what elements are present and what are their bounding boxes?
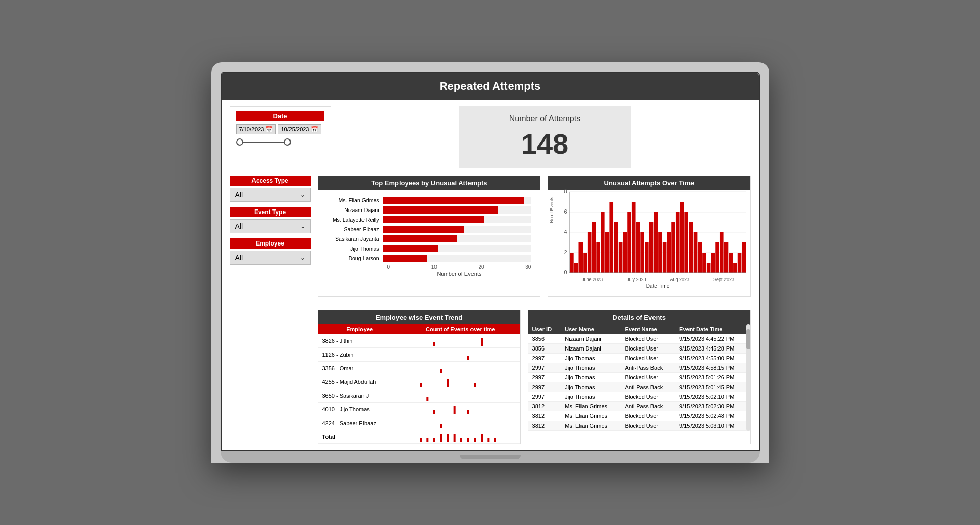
- table-cell: 9/15/2023 5:02:10 PM: [675, 392, 750, 402]
- bar-name: Doug Larson: [328, 255, 383, 261]
- trend-col-count: Count of Events over time: [401, 324, 520, 334]
- x-axis-label: Date Time: [569, 283, 746, 289]
- attempts-number: 148: [471, 127, 619, 160]
- svg-rect-63: [440, 424, 442, 428]
- svg-rect-62: [467, 410, 469, 414]
- bar-fill: [383, 245, 438, 252]
- bar-axis: 0102030: [387, 264, 531, 270]
- svg-rect-29: [654, 212, 658, 273]
- bar-fill: [383, 206, 499, 214]
- table-row: 3812Ms. Elian GrimesAnti-Pass Back9/15/2…: [528, 402, 750, 411]
- bar-row: Ms. Lafayette Reilly: [328, 216, 531, 223]
- bar-row: Sasikaran Jayanta: [328, 235, 531, 242]
- bar-name: Jijo Thomas: [328, 246, 383, 252]
- table-cell: Blocked User: [621, 411, 675, 421]
- svg-rect-31: [663, 242, 667, 273]
- date-filter-panel: Date 7/10/2023 📅 10/25/2023 📅: [230, 106, 331, 150]
- svg-rect-60: [433, 410, 435, 414]
- attempts-label: Number of Attempts: [471, 114, 619, 123]
- slider-handle-right[interactable]: [284, 138, 291, 146]
- svg-rect-33: [672, 222, 676, 273]
- svg-rect-27: [645, 242, 649, 273]
- bar-track: [383, 255, 531, 262]
- slider-handle-left[interactable]: [236, 138, 243, 146]
- start-date-input[interactable]: 7/10/2023 📅: [236, 124, 276, 134]
- table-cell: 9/15/2023 4:58:15 PM: [675, 363, 750, 373]
- table-row: 2997Jijo ThomasBlocked User9/15/2023 5:0…: [528, 373, 750, 382]
- employee-select[interactable]: All ⌄: [230, 251, 311, 265]
- svg-rect-47: [733, 263, 737, 273]
- table-cell: 3856: [528, 344, 561, 354]
- trend-table: Employee Count of Events over time 3826 …: [318, 324, 520, 444]
- sparkline: [420, 336, 501, 346]
- event-type-select[interactable]: All ⌄: [230, 219, 311, 233]
- table-cell: Blocked User: [621, 344, 675, 354]
- svg-rect-19: [610, 202, 614, 273]
- scrollbar-track[interactable]: [746, 324, 750, 431]
- table-cell: Jijo Thomas: [561, 363, 621, 373]
- dashboard-header: Repeated Attempts: [222, 73, 759, 100]
- sparkline: [420, 404, 501, 414]
- svg-rect-32: [667, 232, 671, 273]
- table-cell: 2997: [528, 373, 561, 382]
- bar-row: Nizaam Dajani: [328, 206, 531, 214]
- table-row: 3356 - Omar: [318, 362, 520, 375]
- time-chart-title: Unusual Attempts Over Time: [548, 176, 750, 190]
- bar-track: [383, 206, 531, 214]
- table-cell: Nizaam Dajani: [561, 344, 621, 354]
- table-row: 3650 - Sasikaran J: [318, 389, 520, 403]
- table-row: 2997Jijo ThomasAnti-Pass Back9/15/2023 4…: [528, 363, 750, 373]
- table-row: 2997Jijo ThomasBlocked User9/15/2023 5:0…: [528, 392, 750, 402]
- table-cell: Ms. Elian Grimes: [561, 421, 621, 431]
- table-cell: Jijo Thomas: [561, 354, 621, 363]
- sparkline: [420, 391, 501, 401]
- x-axis-tick: July 2023: [627, 277, 646, 282]
- trend-col-employee: Employee: [318, 324, 401, 334]
- event-type-filter: Event Type All ⌄: [230, 207, 311, 233]
- table-cell: Anti-Pass Back: [621, 363, 675, 373]
- table-cell: 9/15/2023 5:03:10 PM: [675, 421, 750, 431]
- table-row: 3812Ms. Elian GrimesBlocked User9/15/202…: [528, 421, 750, 431]
- calendar-icon-start: 📅: [265, 126, 273, 133]
- svg-rect-73: [481, 434, 483, 442]
- svg-rect-56: [420, 383, 422, 387]
- scrollbar-thumb[interactable]: [746, 329, 750, 349]
- bar-row: Jijo Thomas: [328, 245, 531, 252]
- table-cell: Jijo Thomas: [561, 382, 621, 392]
- table-cell: 9/15/2023 5:01:26 PM: [675, 373, 750, 382]
- event-type-label: Event Type: [230, 207, 311, 217]
- employee-filter: Employee All ⌄: [230, 238, 311, 265]
- table-row: 3826 - Jithin: [318, 334, 520, 348]
- bar-row: Ms. Elian Grimes: [328, 197, 531, 204]
- axis-tick: 0: [387, 264, 390, 270]
- access-type-filter: Access Type All ⌄: [230, 176, 311, 202]
- svg-rect-39: [698, 242, 702, 273]
- svg-rect-43: [716, 242, 720, 273]
- bar-name: Sabeer Elbaaz: [328, 226, 383, 232]
- date-filter-label: Date: [236, 111, 324, 121]
- table-row: 4224 - Sabeer Elbaaz: [318, 416, 520, 430]
- table-cell: Anti-Pass Back: [621, 382, 675, 392]
- bar-track: [383, 235, 531, 242]
- access-type-select[interactable]: All ⌄: [230, 188, 311, 202]
- end-date-input[interactable]: 10/25/2023 📅: [278, 124, 321, 134]
- table-cell: Nizaam Dajani: [561, 334, 621, 344]
- svg-rect-65: [427, 438, 429, 442]
- date-range-slider[interactable]: [236, 138, 324, 146]
- table-cell: Jijo Thomas: [561, 373, 621, 382]
- bar-fill: [383, 226, 465, 233]
- svg-rect-46: [729, 253, 733, 273]
- svg-rect-20: [614, 222, 619, 273]
- bar-fill: [383, 255, 428, 262]
- svg-rect-18: [605, 232, 609, 273]
- axis-tick: 30: [525, 264, 531, 270]
- svg-rect-55: [440, 369, 442, 373]
- svg-rect-45: [724, 242, 729, 273]
- employee-label: Employee: [230, 238, 311, 249]
- table-cell: Blocked User: [621, 373, 675, 382]
- svg-rect-15: [592, 222, 596, 273]
- svg-rect-40: [703, 253, 707, 273]
- x-axis-label: Number of Events: [387, 271, 531, 277]
- svg-rect-67: [440, 434, 442, 442]
- axis-tick: 20: [479, 264, 484, 270]
